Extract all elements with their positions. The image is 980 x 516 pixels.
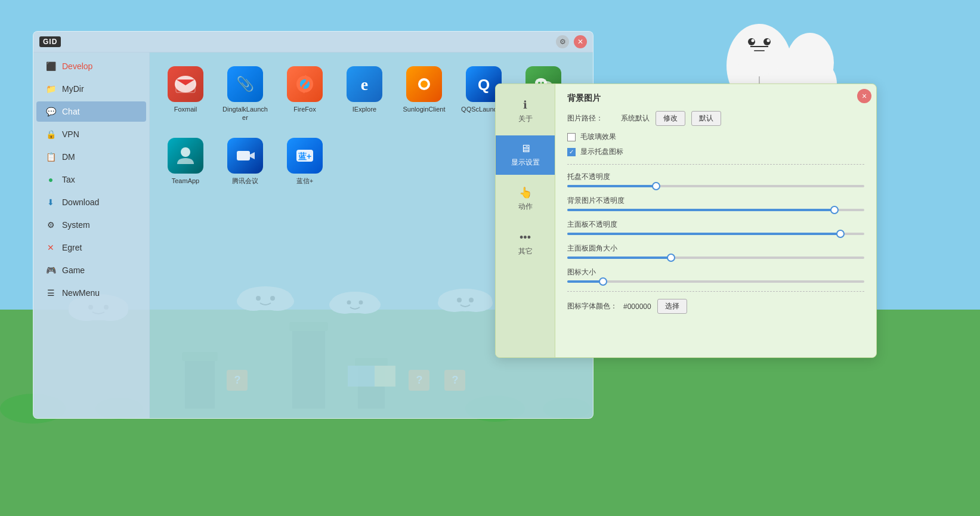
icon-color-value: #000000 bbox=[623, 302, 651, 311]
panel-radius-thumb[interactable] bbox=[667, 254, 675, 262]
bg-opacity-thumb[interactable] bbox=[830, 206, 839, 214]
sidebar-label-newmenu: NewMenu bbox=[62, 288, 100, 298]
nav-other-label: 其它 bbox=[518, 246, 533, 257]
dingtalk-label: DingtalkLauncher bbox=[221, 105, 269, 122]
app-item-sunlogin[interactable]: SunloginClient bbox=[397, 61, 451, 127]
wallpaper-section-title: 背景图片 bbox=[567, 93, 864, 104]
svg-point-20 bbox=[752, 39, 755, 42]
panel-radius-fill bbox=[567, 257, 671, 259]
nav-motion-label: 动作 bbox=[518, 202, 533, 212]
close-button[interactable]: ✕ bbox=[574, 35, 587, 48]
sidebar-item-tax[interactable]: ● Tax bbox=[36, 169, 146, 190]
sidebar-label-mydir: MyDir bbox=[62, 84, 84, 94]
sidebar-item-chat[interactable]: 💬 Chat bbox=[36, 101, 146, 122]
icon-size-label: 图标大小 bbox=[567, 267, 864, 277]
foxmail-icon bbox=[168, 66, 203, 102]
divider-1 bbox=[567, 164, 864, 165]
game-icon: 🎮 bbox=[45, 265, 56, 276]
sidebar-label-system: System bbox=[62, 220, 90, 230]
about-icon: ℹ bbox=[523, 98, 527, 112]
teamapp-label: TeamApp bbox=[172, 177, 199, 185]
ie-icon: e bbox=[347, 66, 382, 102]
app-item-tencent[interactable]: 腾讯会议 bbox=[218, 133, 272, 190]
sidebar-item-egret[interactable]: ✕ Egret bbox=[36, 237, 146, 258]
settings-close-button[interactable]: × bbox=[857, 89, 871, 103]
sidebar-item-game[interactable]: 🎮 Game bbox=[36, 260, 146, 280]
settings-panel: × ℹ 关于 🖥 显示设置 👆 动作 ••• 其它 背景图片 图片路径： 系统默… bbox=[495, 84, 877, 358]
frosted-glass-checkbox[interactable] bbox=[567, 133, 576, 141]
panel-opacity-fill bbox=[567, 233, 840, 235]
default-button[interactable]: 默认 bbox=[691, 111, 721, 126]
sidebar-label-dm: DM bbox=[62, 152, 75, 162]
app-item-teamapp[interactable]: TeamApp bbox=[159, 133, 212, 190]
vpn-icon: 🔒 bbox=[45, 129, 56, 140]
tray-opacity-thumb[interactable] bbox=[652, 182, 660, 190]
sidebar-item-mydir[interactable]: 📁 MyDir bbox=[36, 79, 146, 99]
download-icon: ⬇ bbox=[45, 197, 56, 208]
app-item-dingtalk[interactable]: 📎 DingtalkLauncher bbox=[218, 61, 272, 127]
close-icon: × bbox=[862, 91, 867, 101]
svg-point-78 bbox=[181, 147, 190, 157]
select-color-button[interactable]: 选择 bbox=[657, 299, 687, 314]
svg-text:e: e bbox=[361, 75, 368, 94]
newmenu-icon: ☰ bbox=[45, 288, 56, 298]
dingtalk-icon: 📎 bbox=[227, 66, 263, 102]
svg-rect-79 bbox=[237, 151, 250, 160]
sidebar-item-dm[interactable]: 📋 DM bbox=[36, 147, 146, 167]
settings-nav-about[interactable]: ℹ 关于 bbox=[498, 91, 552, 131]
sunlogin-icon bbox=[406, 66, 442, 102]
divider-2 bbox=[567, 291, 864, 292]
svg-point-21 bbox=[767, 39, 770, 42]
svg-text:Q: Q bbox=[478, 76, 490, 94]
nav-display-label: 显示设置 bbox=[511, 157, 540, 168]
panel-radius-label: 主面板圆角大小 bbox=[567, 243, 864, 254]
svg-text:📎: 📎 bbox=[236, 75, 254, 92]
app-item-ie[interactable]: e IExplore bbox=[338, 61, 391, 127]
icon-size-thumb[interactable] bbox=[599, 277, 607, 286]
settings-nav-other[interactable]: ••• 其它 bbox=[498, 224, 552, 264]
icon-size-container: 图标大小 bbox=[567, 267, 864, 283]
sidebar-item-newmenu[interactable]: ☰ NewMenu bbox=[36, 283, 146, 303]
tray-opacity-track[interactable] bbox=[567, 185, 864, 187]
launcher-titlebar: GID ⚙ ✕ bbox=[33, 32, 593, 52]
panel-opacity-track[interactable] bbox=[567, 233, 864, 235]
panel-radius-track[interactable] bbox=[567, 257, 864, 259]
modify-button[interactable]: 修改 bbox=[656, 111, 685, 126]
app-item-firefox[interactable]: FireFox bbox=[278, 61, 332, 127]
path-label: 图片路径： bbox=[567, 113, 615, 123]
icon-size-track[interactable] bbox=[567, 280, 864, 283]
sidebar-label-chat: Chat bbox=[62, 107, 80, 116]
settings-nav-display[interactable]: 🖥 显示设置 bbox=[496, 135, 555, 175]
egret-icon: ✕ bbox=[45, 242, 56, 253]
sidebar-label-download: Download bbox=[62, 197, 99, 207]
app-item-lanxin[interactable]: 蓝+ 蓝信+ bbox=[278, 133, 332, 190]
settings-nav-motion[interactable]: 👆 动作 bbox=[498, 179, 552, 219]
sidebar-item-download[interactable]: ⬇ Download bbox=[36, 192, 146, 212]
settings-button[interactable]: ⚙ bbox=[556, 35, 569, 48]
frosted-glass-row: 毛玻璃效果 bbox=[567, 132, 864, 142]
titlebar-controls: ⚙ ✕ bbox=[556, 35, 587, 48]
settings-nav-sidebar: ℹ 关于 🖥 显示设置 👆 动作 ••• 其它 bbox=[496, 84, 555, 357]
settings-content: 背景图片 图片路径： 系统默认 修改 默认 毛玻璃效果 显示托盘图标 托盘不透明… bbox=[555, 84, 876, 357]
firefox-icon bbox=[287, 66, 323, 102]
icon-color-label: 图标字体颜色： bbox=[567, 301, 617, 311]
firefox-label: FireFox bbox=[293, 105, 316, 113]
bg-opacity-track[interactable] bbox=[567, 209, 864, 211]
other-icon: ••• bbox=[520, 231, 531, 244]
sidebar-item-vpn[interactable]: 🔒 VPN bbox=[36, 124, 146, 144]
sidebar-label-tax: Tax bbox=[62, 175, 75, 184]
panel-radius-container: 主面板圆角大小 bbox=[567, 243, 864, 259]
panel-opacity-thumb[interactable] bbox=[836, 230, 845, 238]
sidebar-label-develop: Develop bbox=[62, 61, 92, 71]
svg-text:蓝+: 蓝+ bbox=[298, 152, 311, 161]
app-item-foxmail[interactable]: Foxmail bbox=[159, 61, 212, 127]
show-tray-label: 显示托盘图标 bbox=[580, 147, 623, 157]
bg-opacity-label: 背景图片不透明度 bbox=[567, 196, 864, 206]
sidebar-item-system[interactable]: ⚙ System bbox=[36, 215, 146, 235]
icon-size-fill bbox=[567, 280, 603, 283]
sidebar-item-develop[interactable]: ⬛ Develop bbox=[36, 56, 146, 76]
display-icon: 🖥 bbox=[520, 143, 531, 155]
motion-icon: 👆 bbox=[519, 186, 532, 199]
show-tray-checkbox[interactable] bbox=[567, 148, 576, 156]
nav-about-label: 关于 bbox=[518, 114, 533, 124]
